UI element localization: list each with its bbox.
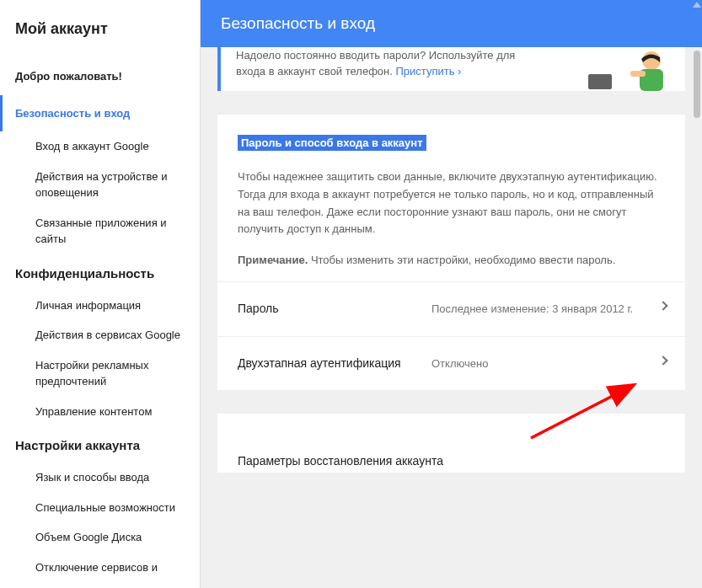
svg-rect-0 <box>588 74 612 89</box>
signin-card: Пароль и способ входа в аккаунт Чтобы на… <box>217 115 685 390</box>
sidebar-item-security[interactable]: Безопасность и вход <box>0 95 200 132</box>
sidebar-item-drive-storage[interactable]: Объем Google Диска <box>0 522 200 553</box>
promo-illustration <box>584 49 677 91</box>
card-heading: Параметры восстановления аккаунта <box>217 434 685 473</box>
setting-row-password[interactable]: Пароль Последнее изменение: 3 января 201… <box>217 281 685 336</box>
sidebar-section-privacy[interactable]: Конфиденциальность <box>0 254 200 291</box>
scroll-up-icon[interactable] <box>693 2 701 8</box>
setting-value: Отключено <box>431 355 665 372</box>
scrollbar-thumb[interactable] <box>694 51 700 118</box>
recovery-card: Параметры восстановления аккаунта <box>217 414 685 473</box>
sidebar-item-ads-settings[interactable]: Настройки рекламных предпочтений <box>0 350 200 397</box>
sidebar-item-device-activity[interactable]: Действия на устройстве и оповещения <box>0 162 200 208</box>
svg-rect-3 <box>630 71 646 77</box>
sidebar-item-language[interactable]: Язык и способы ввода <box>0 462 200 493</box>
setting-label: Двухэтапная аутентификация <box>238 355 431 372</box>
card-note: Примечание. Чтобы изменить эти настройки… <box>238 252 665 270</box>
promo-text: Надоело постоянно вводить пароли? Исполь… <box>236 47 515 80</box>
svg-point-1 <box>642 51 661 70</box>
setting-value: Последнее изменение: 3 января 2012 г. <box>431 301 665 318</box>
sidebar: Мой аккаунт Добро пожаловать! Безопаснос… <box>0 0 201 588</box>
page-title: Безопасность и вход <box>221 14 375 32</box>
sidebar-item-google-signin[interactable]: Вход в аккаунт Google <box>0 131 200 162</box>
promo-link[interactable]: Приступить <box>395 65 454 78</box>
sidebar-item-content-control[interactable]: Управление контентом <box>0 397 200 427</box>
sidebar-item-delete-services[interactable]: Отключение сервисов и <box>0 553 200 583</box>
setting-label: Пароль <box>238 301 431 318</box>
sidebar-item-activity-controls[interactable]: Действия в сервисах Google <box>0 320 200 350</box>
sidebar-section-account[interactable]: Настройки аккаунта <box>0 426 200 462</box>
chevron-right-icon: › <box>458 65 461 78</box>
sidebar-item-connected-apps[interactable]: Связанные приложения и сайты <box>0 208 200 254</box>
card-description: Чтобы надежнее защитить свои данные, вкл… <box>238 168 665 238</box>
setting-row-2step[interactable]: Двухэтапная аутентификация Отключено <box>217 336 685 391</box>
promo-card[interactable]: Надоело постоянно вводить пароли? Исполь… <box>217 47 685 91</box>
page-header: Безопасность и вход <box>201 0 702 47</box>
sidebar-item-personal-info[interactable]: Личная информация <box>0 291 200 321</box>
card-heading: Пароль и способ входа в аккаунт <box>238 135 426 151</box>
sidebar-item-welcome[interactable]: Добро пожаловать! <box>0 58 200 95</box>
sidebar-item-accessibility[interactable]: Специальные возможности <box>0 493 200 523</box>
sidebar-title: Мой аккаунт <box>0 8 200 58</box>
main-content: Безопасность и вход Надоело постоянно вв… <box>201 0 702 588</box>
